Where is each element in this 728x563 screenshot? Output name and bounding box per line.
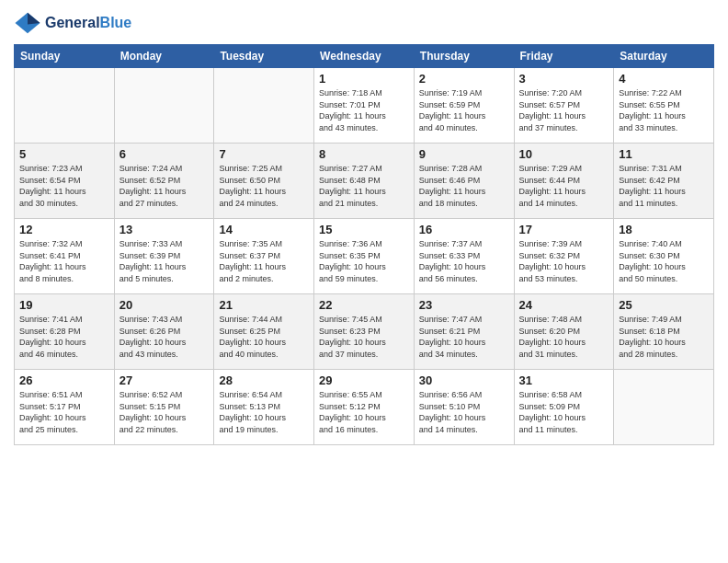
calendar-cell: 5Sunrise: 7:23 AM Sunset: 6:54 PM Daylig…	[15, 144, 115, 219]
day-info: Sunrise: 6:51 AM Sunset: 5:17 PM Dayligh…	[19, 389, 109, 435]
calendar-cell: 21Sunrise: 7:44 AM Sunset: 6:25 PM Dayli…	[214, 294, 314, 370]
calendar-cell: 16Sunrise: 7:37 AM Sunset: 6:33 PM Dayli…	[414, 219, 514, 294]
day-info: Sunrise: 7:48 AM Sunset: 6:20 PM Dayligh…	[519, 314, 609, 360]
calendar-cell: 3Sunrise: 7:20 AM Sunset: 6:57 PM Daylig…	[514, 68, 614, 144]
calendar-cell: 14Sunrise: 7:35 AM Sunset: 6:37 PM Dayli…	[214, 219, 314, 294]
svg-marker-1	[28, 13, 40, 25]
day-info: Sunrise: 7:32 AM Sunset: 6:41 PM Dayligh…	[19, 238, 109, 284]
day-number: 22	[319, 298, 409, 312]
day-info: Sunrise: 7:19 AM Sunset: 6:59 PM Dayligh…	[419, 87, 509, 133]
day-info: Sunrise: 7:23 AM Sunset: 6:54 PM Dayligh…	[19, 163, 109, 209]
day-info: Sunrise: 7:39 AM Sunset: 6:32 PM Dayligh…	[519, 238, 609, 284]
calendar-cell: 20Sunrise: 7:43 AM Sunset: 6:26 PM Dayli…	[114, 294, 214, 370]
calendar-cell: 4Sunrise: 7:22 AM Sunset: 6:55 PM Daylig…	[614, 68, 714, 144]
day-info: Sunrise: 6:52 AM Sunset: 5:15 PM Dayligh…	[119, 389, 210, 435]
day-number: 12	[19, 223, 109, 236]
day-number: 10	[519, 147, 609, 161]
day-info: Sunrise: 6:54 AM Sunset: 5:13 PM Dayligh…	[219, 389, 309, 435]
calendar-cell	[114, 68, 214, 144]
day-of-week-header: Saturday	[614, 45, 714, 68]
calendar-cell: 28Sunrise: 6:54 AM Sunset: 5:13 PM Dayli…	[214, 370, 314, 445]
day-number: 17	[519, 223, 609, 236]
day-of-week-header: Wednesday	[314, 45, 415, 68]
day-info: Sunrise: 7:49 AM Sunset: 6:18 PM Dayligh…	[619, 314, 709, 360]
calendar-cell: 7Sunrise: 7:25 AM Sunset: 6:50 PM Daylig…	[214, 144, 314, 219]
day-of-week-header: Sunday	[15, 45, 115, 68]
page-container: GeneralBlue SundayMondayTuesdayWednesday…	[0, 0, 728, 454]
logo-text: GeneralBlue	[45, 15, 131, 31]
day-number: 15	[319, 223, 409, 236]
calendar-cell: 24Sunrise: 7:48 AM Sunset: 6:20 PM Dayli…	[514, 294, 614, 370]
day-number: 28	[219, 373, 309, 387]
day-number: 18	[619, 223, 709, 236]
calendar-cell	[614, 370, 714, 445]
day-number: 14	[219, 223, 309, 236]
day-number: 31	[519, 373, 609, 387]
day-number: 29	[319, 373, 409, 387]
day-number: 8	[319, 147, 409, 161]
calendar-cell: 26Sunrise: 6:51 AM Sunset: 5:17 PM Dayli…	[15, 370, 115, 445]
calendar-week-row: 5Sunrise: 7:23 AM Sunset: 6:54 PM Daylig…	[15, 144, 714, 219]
calendar-cell: 27Sunrise: 6:52 AM Sunset: 5:15 PM Dayli…	[114, 370, 214, 445]
day-info: Sunrise: 7:43 AM Sunset: 6:26 PM Dayligh…	[119, 314, 210, 360]
day-info: Sunrise: 7:35 AM Sunset: 6:37 PM Dayligh…	[219, 238, 309, 284]
calendar-cell: 25Sunrise: 7:49 AM Sunset: 6:18 PM Dayli…	[614, 294, 714, 370]
calendar-table: SundayMondayTuesdayWednesdayThursdayFrid…	[14, 44, 714, 445]
day-info: Sunrise: 7:37 AM Sunset: 6:33 PM Dayligh…	[419, 238, 509, 284]
day-number: 7	[219, 147, 309, 161]
day-number: 11	[619, 147, 709, 161]
calendar-cell	[214, 68, 314, 144]
calendar-cell: 9Sunrise: 7:28 AM Sunset: 6:46 PM Daylig…	[414, 144, 514, 219]
day-number: 13	[119, 223, 210, 236]
day-info: Sunrise: 7:36 AM Sunset: 6:35 PM Dayligh…	[319, 238, 409, 284]
calendar-cell: 23Sunrise: 7:47 AM Sunset: 6:21 PM Dayli…	[414, 294, 514, 370]
day-info: Sunrise: 7:41 AM Sunset: 6:28 PM Dayligh…	[19, 314, 109, 360]
calendar-cell: 13Sunrise: 7:33 AM Sunset: 6:39 PM Dayli…	[114, 219, 214, 294]
calendar-week-row: 26Sunrise: 6:51 AM Sunset: 5:17 PM Dayli…	[15, 370, 714, 445]
calendar-week-row: 1Sunrise: 7:18 AM Sunset: 7:01 PM Daylig…	[15, 68, 714, 144]
calendar-cell: 11Sunrise: 7:31 AM Sunset: 6:42 PM Dayli…	[614, 144, 714, 219]
day-info: Sunrise: 7:29 AM Sunset: 6:44 PM Dayligh…	[519, 163, 609, 209]
day-info: Sunrise: 7:22 AM Sunset: 6:55 PM Dayligh…	[619, 87, 709, 133]
day-info: Sunrise: 6:56 AM Sunset: 5:10 PM Dayligh…	[419, 389, 509, 435]
day-number: 6	[119, 147, 210, 161]
calendar-cell: 6Sunrise: 7:24 AM Sunset: 6:52 PM Daylig…	[114, 144, 214, 219]
day-of-week-header: Monday	[114, 45, 214, 68]
calendar-cell: 2Sunrise: 7:19 AM Sunset: 6:59 PM Daylig…	[414, 68, 514, 144]
day-info: Sunrise: 7:31 AM Sunset: 6:42 PM Dayligh…	[619, 163, 709, 209]
day-number: 20	[119, 298, 210, 312]
calendar-cell	[15, 68, 115, 144]
day-info: Sunrise: 7:20 AM Sunset: 6:57 PM Dayligh…	[519, 87, 609, 133]
day-number: 19	[19, 298, 109, 312]
day-number: 23	[419, 298, 509, 312]
day-number: 27	[119, 373, 210, 387]
calendar-cell: 29Sunrise: 6:55 AM Sunset: 5:12 PM Dayli…	[314, 370, 415, 445]
calendar-week-row: 12Sunrise: 7:32 AM Sunset: 6:41 PM Dayli…	[15, 219, 714, 294]
day-info: Sunrise: 7:45 AM Sunset: 6:23 PM Dayligh…	[319, 314, 409, 360]
day-info: Sunrise: 7:25 AM Sunset: 6:50 PM Dayligh…	[219, 163, 309, 209]
logo-icon	[14, 9, 41, 37]
page-header: GeneralBlue	[14, 9, 714, 37]
day-number: 9	[419, 147, 509, 161]
calendar-cell: 8Sunrise: 7:27 AM Sunset: 6:48 PM Daylig…	[314, 144, 415, 219]
day-info: Sunrise: 7:47 AM Sunset: 6:21 PM Dayligh…	[419, 314, 509, 360]
day-number: 21	[219, 298, 309, 312]
day-info: Sunrise: 7:44 AM Sunset: 6:25 PM Dayligh…	[219, 314, 309, 360]
calendar-cell: 17Sunrise: 7:39 AM Sunset: 6:32 PM Dayli…	[514, 219, 614, 294]
calendar-cell: 22Sunrise: 7:45 AM Sunset: 6:23 PM Dayli…	[314, 294, 415, 370]
calendar-cell: 10Sunrise: 7:29 AM Sunset: 6:44 PM Dayli…	[514, 144, 614, 219]
day-number: 3	[519, 72, 609, 86]
logo: GeneralBlue	[14, 9, 131, 37]
day-number: 25	[619, 298, 709, 312]
day-number: 5	[19, 147, 109, 161]
calendar-cell: 15Sunrise: 7:36 AM Sunset: 6:35 PM Dayli…	[314, 219, 415, 294]
day-info: Sunrise: 7:40 AM Sunset: 6:30 PM Dayligh…	[619, 238, 709, 284]
calendar-cell: 12Sunrise: 7:32 AM Sunset: 6:41 PM Dayli…	[15, 219, 115, 294]
day-info: Sunrise: 7:24 AM Sunset: 6:52 PM Dayligh…	[119, 163, 210, 209]
day-number: 24	[519, 298, 609, 312]
day-of-week-header: Friday	[514, 45, 614, 68]
day-info: Sunrise: 7:27 AM Sunset: 6:48 PM Dayligh…	[319, 163, 409, 209]
day-number: 30	[419, 373, 509, 387]
calendar-cell: 30Sunrise: 6:56 AM Sunset: 5:10 PM Dayli…	[414, 370, 514, 445]
day-number: 2	[419, 72, 509, 86]
